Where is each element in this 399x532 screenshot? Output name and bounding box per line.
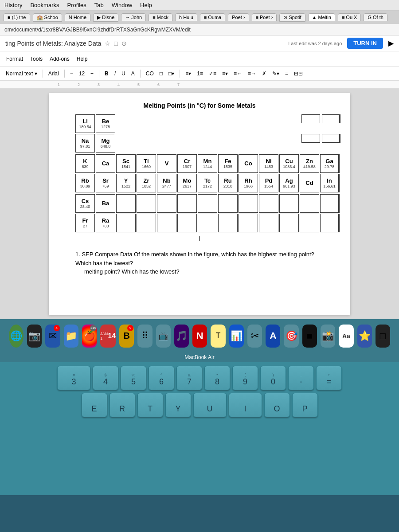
toolbar-format[interactable]: Format bbox=[4, 55, 26, 63]
cloud-icon[interactable]: ⊙ bbox=[121, 40, 127, 47]
dock-cut[interactable]: ✂ bbox=[247, 325, 262, 348]
key-p[interactable]: P bbox=[292, 393, 318, 417]
cell-fe: Fe 1535 bbox=[218, 154, 238, 173]
key-0[interactable]: ) 0 bbox=[260, 366, 286, 390]
fmt-list[interactable]: ≡▾ bbox=[220, 70, 230, 78]
fmt-image[interactable]: □ bbox=[157, 70, 165, 78]
fmt-strikethrough[interactable]: A bbox=[129, 70, 137, 78]
dock-sq[interactable]: □ bbox=[376, 325, 390, 348]
fmt-underline[interactable]: U bbox=[119, 70, 128, 78]
dock-chrome[interactable]: 🌐 bbox=[9, 325, 23, 348]
key-o[interactable]: O bbox=[264, 393, 290, 417]
fmt-minus[interactable]: − bbox=[68, 70, 75, 78]
menu-tab[interactable]: Tab bbox=[94, 2, 104, 8]
tab-hulu[interactable]: h Hulu bbox=[175, 13, 197, 21]
tab-melting[interactable]: ▲ Meltin bbox=[308, 13, 335, 21]
dock-finder[interactable]: 📁 bbox=[64, 325, 78, 348]
dock-screenshot[interactable]: 📸 bbox=[321, 325, 335, 348]
cell-ti: Ti 1660 bbox=[137, 154, 156, 173]
menu-bookmarks[interactable]: Bookmarks bbox=[30, 2, 59, 8]
fmt-cols[interactable]: ⊟⊟ bbox=[292, 70, 305, 78]
expand-icon[interactable]: ▶ bbox=[388, 39, 394, 47]
pt-row-6: Fr 27 Ra 700 bbox=[75, 214, 324, 232]
key-6[interactable]: ^ 6 bbox=[149, 366, 174, 390]
fmt-eq[interactable]: = bbox=[283, 70, 290, 78]
star-icon[interactable]: ☆ bbox=[105, 40, 110, 47]
dock-items[interactable]: ⠿ bbox=[137, 325, 152, 348]
key-9[interactable]: ( 9 bbox=[232, 366, 258, 390]
dock-b[interactable]: B 9 bbox=[119, 325, 134, 348]
fmt-fontsize[interactable]: 12 bbox=[77, 70, 87, 78]
tab-ouma[interactable]: ≡ Ouma bbox=[200, 13, 225, 21]
dock-n[interactable]: N bbox=[192, 325, 207, 348]
key-y[interactable]: Y bbox=[165, 393, 191, 417]
fmt-italic[interactable]: I bbox=[112, 70, 118, 78]
dock-note[interactable]: T bbox=[211, 325, 225, 348]
turn-in-button[interactable]: TURN IN bbox=[347, 38, 383, 49]
dock-target[interactable]: 🎯 bbox=[284, 325, 298, 348]
key-8[interactable]: * 8 bbox=[204, 366, 230, 390]
key-t[interactable]: T bbox=[137, 393, 163, 417]
key-u[interactable]: U bbox=[193, 393, 227, 417]
fmt-indent-right[interactable]: ≡→ bbox=[246, 70, 258, 78]
key-i[interactable]: I bbox=[229, 393, 262, 417]
key-equal[interactable]: + = bbox=[316, 366, 342, 390]
toolbar-addons[interactable]: Add-ons bbox=[47, 55, 72, 63]
toolbar-help[interactable]: Help bbox=[74, 55, 90, 63]
menu-profiles[interactable]: Profiles bbox=[67, 2, 86, 8]
key-minus[interactable]: _ - bbox=[288, 366, 314, 390]
dock-star[interactable]: ⭐ bbox=[357, 325, 372, 348]
fmt-bold[interactable]: B bbox=[102, 70, 111, 78]
tab-spotify[interactable]: ⊙ Spotif bbox=[279, 13, 305, 22]
key-r[interactable]: R bbox=[110, 393, 135, 417]
dock-camera[interactable]: 📷 bbox=[27, 325, 42, 348]
fmt-font[interactable]: Arial bbox=[46, 70, 61, 78]
dock-tv[interactable]: 📺 bbox=[156, 325, 171, 348]
menu-window[interactable]: Window bbox=[112, 2, 132, 8]
tab-ou[interactable]: ≡ Ou X bbox=[338, 13, 361, 21]
fmt-link[interactable]: CO bbox=[144, 70, 156, 78]
key-5[interactable]: % 5 bbox=[121, 366, 146, 390]
fmt-comment[interactable]: □▾ bbox=[166, 70, 176, 78]
folder-icon[interactable]: □ bbox=[114, 40, 117, 47]
tab-john[interactable]: → John bbox=[121, 13, 146, 21]
dock-black[interactable]: ■ bbox=[302, 325, 317, 348]
key-e[interactable]: E bbox=[82, 393, 107, 417]
tab-poet2[interactable]: ≡ Poet › bbox=[252, 13, 277, 21]
dock-jan[interactable]: JAN 1 14 bbox=[100, 325, 116, 348]
dock-aa[interactable]: Aa bbox=[339, 325, 353, 348]
fmt-indent-left[interactable]: ≡← bbox=[231, 70, 244, 78]
tab-mock[interactable]: ≡ Mock bbox=[149, 13, 172, 21]
cell-in: In 156.61 bbox=[320, 174, 340, 192]
sep3 bbox=[99, 70, 99, 78]
toolbar-tools[interactable]: Tools bbox=[27, 55, 45, 63]
fmt-linesp[interactable]: 1≡ bbox=[195, 70, 205, 78]
fmt-plus[interactable]: + bbox=[88, 70, 96, 78]
dock-a[interactable]: A bbox=[266, 325, 280, 348]
tab-bar: ■ (1) the 🏫 Schoo N Home ▶ Disne → John … bbox=[0, 11, 399, 24]
tab-poet1[interactable]: Poet › bbox=[228, 13, 249, 21]
tab-disne[interactable]: ▶ Disne bbox=[93, 13, 118, 22]
menu-history[interactable]: History bbox=[4, 2, 22, 8]
tab-schoo[interactable]: 🏫 Schoo bbox=[33, 13, 62, 22]
key-4[interactable]: $ 4 bbox=[93, 366, 118, 390]
tab-1the[interactable]: ■ (1) the bbox=[4, 13, 30, 21]
dock-music[interactable]: 🎵 bbox=[174, 325, 189, 348]
cell-cu: Cu 1083.4 bbox=[279, 154, 299, 173]
menu-help[interactable]: Help bbox=[140, 2, 152, 8]
dock-mail[interactable]: ✉ 4 bbox=[45, 325, 60, 348]
dock-photos[interactable]: 🍎 119 bbox=[82, 325, 97, 348]
url-text[interactable]: om/document/d/1sxr8BVAGJBB9l5xnCl9zhdfDr… bbox=[4, 27, 191, 33]
fmt-normaltext[interactable]: Normal text ▾ bbox=[4, 70, 39, 78]
fmt-align[interactable]: ≡▾ bbox=[183, 70, 193, 78]
fmt-clear[interactable]: ✗ bbox=[260, 70, 269, 78]
chart-title: Melting Points (in °C) for Some Metals bbox=[75, 102, 324, 109]
dock-chart[interactable]: 📊 bbox=[229, 325, 244, 348]
fmt-list-check[interactable]: ✓≡ bbox=[207, 70, 219, 78]
question-sub: melting point? Which has the lowest? bbox=[84, 268, 180, 275]
tab-home[interactable]: N Home bbox=[65, 13, 90, 21]
tab-gofth[interactable]: G Of th bbox=[364, 13, 387, 21]
key-7[interactable]: & 7 bbox=[176, 366, 202, 390]
key-3[interactable]: # 3 bbox=[57, 366, 90, 390]
fmt-pencil[interactable]: ✎▾ bbox=[270, 70, 282, 78]
